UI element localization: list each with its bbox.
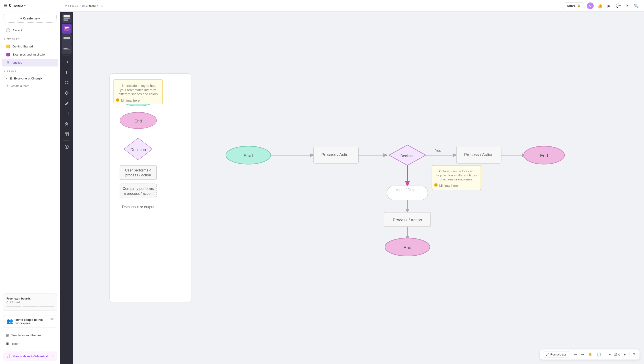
breadcrumb-my-files[interactable]: MY FILES [65, 4, 78, 8]
tool-shape[interactable] [62, 109, 72, 118]
svg-text:process / action: process / action [125, 173, 151, 177]
pan-button[interactable]: ✋ [587, 351, 594, 357]
share-link-button[interactable]: ✈ [624, 3, 630, 9]
svg-rect-2 [64, 20, 68, 21]
breadcrumb-separator: / [80, 4, 81, 8]
canvas-wrap: Key Start End Decision User performs a p… [60, 12, 644, 364]
remove-tips-label: Remove tips [550, 353, 566, 356]
svg-rect-8 [64, 40, 70, 40]
update-star-icon: ✨ [6, 354, 11, 359]
svg-rect-13 [67, 81, 68, 82]
templates-label: Templates and themes [11, 333, 41, 337]
trash-label: Trash [12, 342, 19, 345]
teams-section: ▶ ⊞ Everyone at Cinergix ＋ Create a team [0, 74, 60, 90]
create-new-button[interactable]: + Create new [4, 14, 56, 23]
examples-icon: 🟣 [6, 52, 10, 57]
team-icon: ⊞ [10, 76, 12, 80]
sidebar-item-untitled[interactable]: ⊞ untitled [2, 59, 58, 67]
tool-card[interactable] [62, 24, 72, 34]
team-chevron-icon: ▶ [6, 77, 8, 80]
board-slot-2 [22, 306, 37, 307]
canvas-content[interactable]: Key Start End Decision User performs a p… [73, 12, 644, 364]
menu-icon[interactable]: ☰ [4, 3, 7, 8]
file-name-label: untitled [86, 4, 96, 8]
sidebar-item-recent[interactable]: 🕐 Recent [2, 27, 58, 34]
tool-magic[interactable] [62, 119, 72, 129]
examples-label: Examples and Inspiration [12, 53, 46, 56]
brand-name[interactable]: Cinergix ▾ [9, 4, 26, 8]
svg-text:help reinforce different types: help reinforce different types [436, 173, 477, 177]
svg-point-40 [116, 98, 120, 102]
svg-text:Start: Start [244, 153, 253, 158]
svg-text:Tip: Include a key to help: Tip: Include a key to help [120, 84, 156, 88]
present-button[interactable]: ▶ [607, 3, 612, 9]
teams-chevron-icon[interactable]: ▾ [4, 70, 6, 73]
svg-rect-15 [67, 83, 68, 84]
svg-rect-12 [65, 81, 66, 82]
tool-layout[interactable] [62, 129, 72, 139]
sidebar-item-everyone-team[interactable]: ▶ ⊞ Everyone at Cinergix [2, 75, 58, 82]
svg-rect-10 [64, 49, 70, 50]
hide-invite-button[interactable]: HIDE [49, 318, 54, 320]
search-button[interactable]: 🔍 [633, 3, 640, 9]
help-button[interactable]: ? [632, 352, 636, 357]
untitled-label: untitled [12, 61, 22, 64]
zoom-out-button[interactable]: − [607, 352, 612, 357]
tool-text[interactable] [62, 67, 72, 77]
create-team-plus-icon: ＋ [6, 84, 9, 88]
tool-text-block[interactable] [62, 44, 72, 54]
main-area: MY FILES / ⊞ untitled ▾ ☆ Share 🔒 U 👍 ▶ … [60, 0, 644, 364]
zoom-in-button[interactable]: + [622, 352, 627, 357]
tool-table[interactable] [62, 78, 72, 88]
recent-icon: 🕐 [6, 28, 10, 33]
lock-icon: 🔒 [577, 4, 580, 8]
like-button[interactable]: 👍 [597, 3, 604, 9]
sidebar-item-examples[interactable]: 🟣 Examples and Inspiration [2, 51, 58, 58]
breadcrumb-current-file[interactable]: ⊞ untitled ▾ [82, 4, 98, 8]
tool-link[interactable] [62, 88, 72, 98]
svg-text:Decision: Decision [130, 147, 146, 152]
star-button[interactable]: ☆ [100, 4, 104, 8]
tool-arrow[interactable] [62, 57, 72, 67]
toolbar-divider-2 [63, 140, 70, 141]
invite-title: Invite people to this workspace [16, 318, 54, 325]
sidebar-item-trash[interactable]: 🗑 Trash [2, 340, 58, 348]
invite-text-wrap: Invite people to this workspace [16, 318, 54, 325]
sidebar-item-getting-started[interactable]: 🟡 Getting Started [2, 43, 58, 50]
svg-text:End: End [134, 119, 142, 123]
sidebar-item-templates[interactable]: ⊞ Templates and themes [2, 331, 58, 339]
my-files-chevron-icon[interactable]: ▾ [4, 38, 6, 41]
svg-rect-16 [65, 112, 68, 115]
svg-text:End: End [404, 245, 412, 250]
bottom-toolbar: 🖊 Remove tips ↩ ↪ ✋ 🕐 − 29% + ? [540, 349, 640, 359]
free-boards-sub: 0 of 3 used [6, 301, 54, 304]
comment-button[interactable]: 💬 [615, 3, 622, 9]
history-button[interactable]: 🕐 [595, 351, 602, 357]
tool-frame[interactable] [62, 34, 72, 44]
create-team-button[interactable]: ＋ Create a team [2, 82, 58, 89]
svg-rect-29 [120, 165, 156, 180]
redo-button[interactable]: ↪ [580, 351, 586, 357]
templates-icon: ⊞ [6, 333, 9, 337]
svg-text:your teammates interpret: your teammates interpret [120, 88, 156, 92]
undo-button[interactable]: ↩ [573, 351, 578, 357]
free-boards-title: Free team boards [6, 297, 54, 300]
tool-add[interactable] [62, 142, 72, 152]
tool-pen[interactable] [62, 98, 72, 108]
teams-section-label: ▾ TEAMS [0, 68, 60, 74]
svg-rect-32 [120, 184, 156, 198]
svg-rect-11 [67, 48, 70, 49]
close-update-button[interactable]: ✕ [51, 354, 54, 358]
remove-tips-button[interactable]: 🖊 Remove tips [543, 351, 569, 358]
breadcrumb: MY FILES / ⊞ untitled ▾ [65, 4, 98, 8]
svg-text:Input / Output: Input / Output [396, 188, 418, 192]
getting-started-icon: 🟡 [6, 44, 10, 49]
avatar[interactable]: U [587, 3, 594, 9]
toolbar-separator-2 [629, 352, 630, 357]
tool-select[interactable] [62, 14, 72, 23]
svg-text:Process / Action: Process / Action [464, 152, 494, 157]
svg-text:different shapes and colors: different shapes and colors [118, 92, 158, 96]
topbar: MY FILES / ⊞ untitled ▾ ☆ Share 🔒 U 👍 ▶ … [60, 0, 644, 12]
share-button[interactable]: Share 🔒 [564, 3, 584, 9]
svg-text:Decision: Decision [400, 154, 414, 158]
